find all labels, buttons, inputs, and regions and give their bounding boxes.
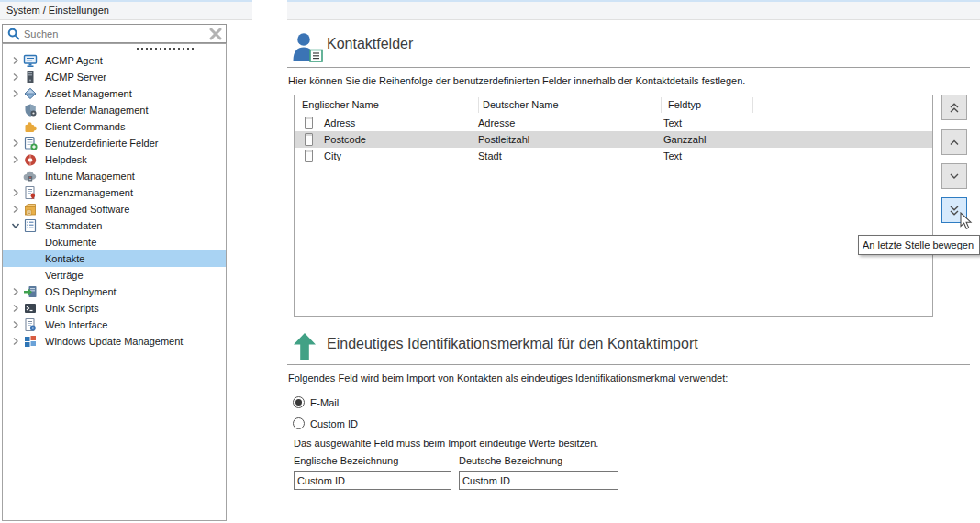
sidebar-item-unix-scripts[interactable]: Unix Scripts (3, 300, 226, 317)
contact-fields-description: Hier können Sie die Reihenfolge der benu… (288, 75, 745, 86)
software-box-icon (22, 202, 38, 217)
green-up-arrow-icon (293, 332, 317, 362)
chevron-right-icon[interactable] (8, 89, 22, 98)
radio-button[interactable] (293, 417, 305, 429)
chevron-right-icon[interactable] (8, 56, 22, 65)
english-designation-label: Englische Bezeichnung (294, 455, 398, 466)
sidebar-item-dokumente[interactable]: Dokumente (3, 234, 226, 250)
server-tower-icon (22, 70, 38, 84)
table-header-row[interactable]: Englischer Name Deutscher Name Feldtyp (295, 95, 932, 115)
sidebar-item-vertraege[interactable]: Verträge (3, 267, 226, 284)
move-down-button[interactable] (941, 163, 967, 189)
field-handle-icon (305, 117, 313, 129)
german-designation-label: Deutsche Bezeichnung (459, 455, 562, 466)
chevron-right-icon[interactable] (8, 304, 22, 313)
identification-description: Folgendes Feld wird beim Import von Kont… (288, 373, 728, 384)
search-box[interactable] (2, 24, 227, 43)
sidebar-item-acmp-agent[interactable]: ACMP Agent (3, 52, 226, 69)
lifebuoy-icon (22, 152, 38, 167)
diamond-icon (22, 86, 38, 101)
app-window: System / Einstellungen ACMP Agent (0, 0, 980, 523)
sidebar-item-asset-management[interactable]: Asset Management (3, 85, 226, 102)
move-up-button[interactable] (941, 129, 967, 155)
puzzle-icon (22, 119, 38, 134)
chevron-up-icon (948, 138, 961, 147)
sidebar-item-helpdesk[interactable]: Helpdesk (3, 151, 226, 168)
search-icon (7, 28, 20, 40)
sidebar-item-lizenzmanagement[interactable]: Lizenzmanagement (3, 184, 226, 201)
sidebar-item-defender-management[interactable]: Defender Management (3, 102, 226, 118)
radio-option-email[interactable]: E-Mail (293, 396, 339, 408)
monitor-icon (22, 53, 38, 68)
radio-option-custom-id[interactable]: Custom ID (293, 417, 358, 429)
sidebar-item-kontakte[interactable]: Kontakte (3, 250, 226, 267)
move-to-first-button[interactable] (941, 95, 967, 120)
deploy-server-icon (22, 284, 38, 299)
chevron-right-icon[interactable] (8, 320, 22, 329)
document-gear-icon (22, 317, 38, 332)
main-header-bar (287, 0, 980, 20)
divider (287, 364, 970, 365)
terminal-icon (22, 301, 38, 316)
sidebar-title: System / Einstellungen (6, 5, 109, 16)
sidebar-item-os-deployment[interactable]: OS Deployment (3, 284, 226, 300)
chevron-right-icon[interactable] (8, 205, 22, 214)
cloud-server-icon (22, 169, 38, 184)
english-designation-input[interactable] (294, 471, 451, 490)
search-clear-icon[interactable] (205, 28, 222, 40)
field-handle-icon (305, 150, 313, 162)
sidebar-header-bar: System / Einstellungen (0, 0, 252, 20)
shield-gear-icon (22, 103, 38, 117)
chevron-right-icon[interactable] (8, 337, 22, 346)
unique-values-note: Das ausgewählte Feld muss beim Import ei… (294, 438, 598, 449)
document-seal-icon (22, 185, 38, 200)
chevron-right-icon[interactable] (8, 287, 22, 296)
field-handle-icon (305, 133, 313, 146)
sidebar-item-windows-update-management[interactable]: Windows Update Management (3, 333, 226, 350)
double-chevron-down-icon (948, 205, 961, 217)
contact-person-icon (291, 32, 326, 65)
double-chevron-up-icon (948, 102, 961, 114)
chevron-down-icon[interactable] (8, 222, 22, 229)
partially-scrolled-item (3, 44, 226, 52)
chevron-right-icon[interactable] (8, 188, 22, 197)
column-header-fieldtype[interactable]: Feldtyp (668, 99, 701, 110)
chevron-right-icon[interactable] (8, 155, 22, 164)
section-title-identification: Eindeutiges Identifikationsmerkmal für d… (327, 336, 698, 352)
list-sheet-icon (22, 218, 38, 233)
mouse-cursor (960, 212, 974, 232)
table-row[interactable]: Postcode Postleitzahl Ganzzahl (295, 131, 932, 148)
sidebar-item-client-commands[interactable]: Client Commands (3, 118, 226, 135)
settings-tree: ACMP Agent ACMP Server Asset Management … (2, 43, 227, 521)
german-designation-input[interactable] (459, 471, 618, 490)
sidebar-item-intune-management[interactable]: Intune Management (3, 168, 226, 184)
section-title-kontaktfelder: Kontaktfelder (327, 36, 413, 52)
windows-grid-icon (22, 334, 38, 349)
tooltip: An letzte Stelle bewegen (858, 235, 980, 255)
column-header-english[interactable]: Englischer Name (302, 99, 379, 110)
chevron-down-icon (948, 172, 961, 181)
sidebar-item-web-interface[interactable]: Web Interface (3, 317, 226, 333)
chevron-right-icon[interactable] (8, 139, 22, 148)
search-input[interactable] (24, 28, 205, 39)
table-row[interactable]: Adress Adresse Text (295, 115, 932, 131)
sidebar-item-managed-software[interactable]: Managed Software (3, 201, 226, 217)
radio-button[interactable] (293, 396, 305, 408)
divider (287, 67, 970, 68)
contact-fields-table[interactable]: Englischer Name Deutscher Name Feldtyp A… (294, 95, 933, 317)
chevron-right-icon[interactable] (8, 72, 22, 82)
table-row[interactable]: City Stadt Text (295, 148, 932, 164)
sidebar-item-benutzerdefinierte-felder[interactable]: Benutzerdefinierte Felder (3, 135, 226, 151)
sidebar-item-stammdaten[interactable]: Stammdaten (3, 217, 226, 234)
sidebar-item-acmp-server[interactable]: ACMP Server (3, 69, 226, 85)
table-plus-icon (22, 136, 38, 150)
column-header-german[interactable]: Deutscher Name (483, 99, 559, 110)
